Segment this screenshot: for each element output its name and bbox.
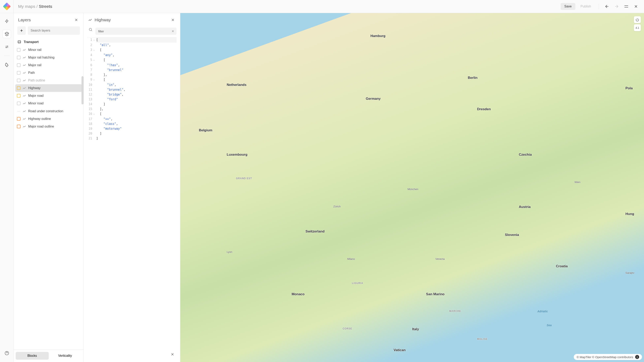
- rail-plugins[interactable]: [3, 61, 11, 69]
- map-attribution[interactable]: © MapTiler © OpenStreetMap contributors …: [574, 354, 642, 360]
- tab-verticality[interactable]: Verticality: [49, 352, 82, 360]
- layer-row[interactable]: Highway outline: [15, 115, 82, 123]
- visibility-checkbox[interactable]: [17, 56, 20, 59]
- layer-row[interactable]: Major road: [15, 92, 82, 99]
- close-code-button[interactable]: [168, 350, 176, 359]
- code-line[interactable]: 2 "all",: [87, 43, 176, 47]
- map-label: Wien: [574, 181, 580, 184]
- code-line[interactable]: 18 "class",: [87, 121, 176, 126]
- editor-search-input[interactable]: [98, 29, 171, 33]
- code-line[interactable]: 15 ],: [87, 107, 176, 111]
- scrollbar-thumb[interactable]: [82, 76, 84, 104]
- map-label: Hamburg: [370, 34, 386, 38]
- layer-row[interactable]: Minor road: [15, 99, 82, 107]
- code-content: [: [96, 47, 102, 53]
- search-layers-input[interactable]: [28, 26, 80, 35]
- layer-label: Major rail: [28, 63, 42, 67]
- code-line[interactable]: 4 "any",: [87, 53, 176, 57]
- layer-row[interactable]: Major rail: [15, 61, 82, 69]
- fold-icon: [94, 63, 96, 67]
- info-icon[interactable]: i: [635, 355, 639, 359]
- visibility-checkbox[interactable]: [17, 63, 20, 67]
- save-button[interactable]: Save: [561, 3, 575, 10]
- visibility-checkbox[interactable]: [17, 117, 20, 121]
- separator: [599, 3, 599, 9]
- visibility-checkbox[interactable]: [17, 71, 20, 75]
- power-button[interactable]: [634, 16, 641, 23]
- fold-icon[interactable]: ▾: [94, 77, 96, 82]
- visibility-checkbox[interactable]: [17, 79, 20, 82]
- code-line[interactable]: 3▾ [: [87, 47, 176, 53]
- code-line[interactable]: 21]: [87, 136, 176, 141]
- add-layer-button[interactable]: [17, 26, 26, 35]
- layers-list[interactable]: Transport Minor railMajor rail hatchingM…: [14, 38, 84, 349]
- line-icon: [22, 79, 26, 82]
- layer-group-header[interactable]: Transport: [15, 38, 82, 46]
- layer-row[interactable]: Highway: [15, 84, 82, 92]
- code-editor[interactable]: 1▾[2 "all",3▾ [4 "any",5▾ [6 "!has",7 "b…: [87, 37, 176, 362]
- fold-icon[interactable]: ▾: [94, 57, 96, 63]
- code-line[interactable]: 16▾ [: [87, 111, 176, 117]
- fold-icon: [94, 53, 96, 57]
- arrow-left-icon: [604, 4, 610, 9]
- code-line[interactable]: 8 ],: [87, 72, 176, 77]
- back-button[interactable]: [603, 2, 611, 10]
- map-label: Lyon: [226, 250, 232, 253]
- close-editor-button[interactable]: [170, 17, 176, 23]
- visibility-checkbox[interactable]: [17, 94, 20, 97]
- layers-icon: [5, 32, 9, 36]
- visibility-checkbox[interactable]: [17, 48, 20, 52]
- forward-button[interactable]: [612, 2, 621, 10]
- publish-button[interactable]: Publish: [577, 3, 595, 10]
- visibility-checkbox[interactable]: [17, 86, 20, 90]
- fold-icon: [94, 67, 96, 72]
- rail-settings[interactable]: [3, 43, 11, 51]
- close-button[interactable]: [632, 2, 640, 10]
- code-line[interactable]: 14 ]: [87, 102, 176, 107]
- code-line[interactable]: 7 "brunnel": [87, 67, 176, 72]
- line-number: 16: [87, 111, 94, 117]
- map-badges: 4.1: [634, 16, 641, 31]
- line-number: 13: [87, 97, 94, 102]
- map-label: Hung: [626, 212, 634, 216]
- editor-search-row: [84, 26, 180, 37]
- code-line[interactable]: 10 "in",: [87, 82, 176, 87]
- line-icon: [22, 125, 26, 128]
- layer-row[interactable]: Path outline: [15, 77, 82, 84]
- logo-icon[interactable]: [3, 2, 11, 10]
- layer-row[interactable]: Major road outline: [15, 123, 82, 130]
- code-line[interactable]: 6 "!has",: [87, 63, 176, 67]
- close-layers-button[interactable]: [74, 17, 79, 23]
- map-viewport[interactable]: 4.1 © MapTiler © OpenStreetMap contribut…: [180, 13, 644, 362]
- code-content: [: [96, 57, 105, 63]
- code-line[interactable]: 19 "motorway": [87, 126, 176, 131]
- rail-help[interactable]: [3, 349, 11, 357]
- rail-layers[interactable]: [3, 30, 11, 38]
- code-line[interactable]: 17 "==",: [87, 117, 176, 121]
- tab-blocks[interactable]: Blocks: [16, 352, 49, 360]
- code-line[interactable]: 1▾[: [87, 37, 176, 43]
- map-label: Vatican: [394, 348, 406, 352]
- line-icon: [22, 63, 26, 67]
- fold-icon[interactable]: ▾: [94, 111, 96, 117]
- code-line[interactable]: 5▾ [: [87, 57, 176, 63]
- menu-button[interactable]: [622, 2, 630, 10]
- visibility-checkbox[interactable]: [17, 125, 20, 128]
- code-line[interactable]: 12 "bridge",: [87, 92, 176, 97]
- code-line[interactable]: 13 "ford": [87, 97, 176, 102]
- layer-row[interactable]: ⋯Road under construction: [15, 107, 82, 115]
- visibility-checkbox[interactable]: [17, 102, 20, 105]
- rail-bolt[interactable]: [3, 17, 11, 25]
- breadcrumb-root[interactable]: My maps: [18, 4, 35, 9]
- map-label: Germany: [366, 97, 381, 101]
- code-line[interactable]: 11 "brunnel",: [87, 87, 176, 92]
- layer-row[interactable]: Major rail hatching: [15, 54, 82, 61]
- layer-row[interactable]: Minor rail: [15, 46, 82, 54]
- layer-row[interactable]: Path: [15, 69, 82, 77]
- fold-icon[interactable]: ▾: [94, 37, 96, 43]
- fold-icon[interactable]: ▾: [94, 47, 96, 53]
- code-line[interactable]: 9▾ [: [87, 77, 176, 82]
- breadcrumb-current[interactable]: Streets: [39, 4, 52, 9]
- code-line[interactable]: 20 ]: [87, 131, 176, 136]
- clear-search-icon[interactable]: [171, 29, 174, 33]
